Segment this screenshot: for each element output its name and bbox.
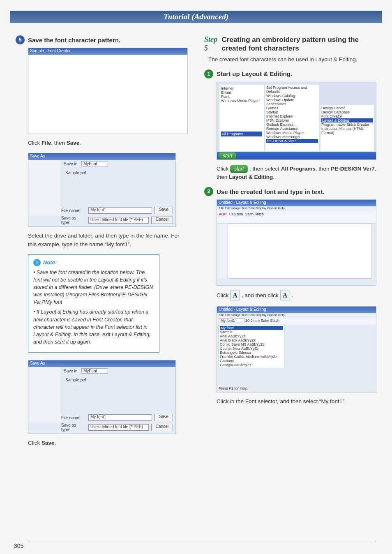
font-selector[interactable]: My font1 [219,318,244,323]
substep-1-title: Start up Layout & Editing. [217,70,292,77]
submenu-item[interactable]: Design Center [321,106,373,110]
start-button-in-shot[interactable]: start [219,152,236,159]
file-item[interactable]: Sample.pef [65,171,86,175]
footer-rule [28,542,376,542]
le-menubar-1[interactable]: File Edit Image Text Sew Display Option … [217,206,376,211]
note-icon: ! [33,259,41,266]
filename-input-2[interactable]: My font1 [88,414,152,421]
type-label-2: Save as type: [61,423,86,432]
menu-item[interactable]: Internet Explorer [266,114,318,118]
save-as-title: Save As [28,153,175,160]
font-list-item[interactable]: Estrangelo Edessa [220,351,283,355]
menu-item[interactable]: Games [266,106,318,110]
menu-item[interactable]: Remote Assistance [266,127,318,131]
startmenu-left-item[interactable]: E-mail [221,90,262,95]
le-title-2: Untitled - Layout & Editing [217,307,376,313]
right-intro: The created font characters can be used … [208,55,376,64]
note-title: ! Note: [33,259,154,266]
menu-item[interactable]: Windows Catalog [266,94,318,98]
font-list-item[interactable]: Comic Sans MS AaBbYyZz [220,342,283,346]
step5-title-text: Creating an embroidery pattern using the… [222,35,376,53]
save-as-dialog-1: Save As Save in: MyFont Sample.pef File … [28,153,176,227]
substep-2-number: 2 [204,187,213,196]
layout-editing-item[interactable]: Layout & Editing [321,118,373,122]
page-number: 305 [14,542,23,549]
menu-item[interactable]: Set Program Access and Defaults [266,85,318,94]
font-list-item[interactable]: Arial Black AaBbYyZz [220,338,283,342]
file-item-2[interactable]: Sample.pef [65,378,86,382]
font-list-item[interactable]: Gautami [220,359,283,363]
menu-item[interactable]: Windows Update [266,98,318,102]
save-button-2[interactable]: Save [154,414,173,421]
font-list-item[interactable]: Sample [220,330,283,334]
instr-start-layout: Click start , then select All Programs, … [217,165,376,182]
right-step5-heading: Step 5 Creating an embroidery pattern us… [204,35,376,53]
save-button[interactable]: Save [154,207,173,214]
cancel-button[interactable]: Cancel [151,217,173,224]
start-menu-screenshot: start Internet E-mail Paint Windows Medi… [217,82,376,160]
type-label: Save as type: [61,216,86,225]
font-list-selected[interactable]: My font1 [220,326,283,330]
step-number-5: 5 [16,35,25,44]
instr-font-selector: Click in the Font selector, and then sel… [217,397,376,406]
menu-item[interactable]: Windows Messenger [266,135,318,139]
submenu-item[interactable]: Programmable Stitch Creator [321,122,373,127]
menu-item[interactable]: MSN Explorer [266,118,318,122]
cancel-button-2[interactable]: Cancel [151,424,173,431]
menu-item[interactable]: Startup [266,110,318,114]
text-tool-variant-icon: A [280,291,290,300]
stitch-dropdown[interactable]: Satin Stitch [245,212,264,216]
unit-label: mm [237,212,243,216]
substep-2-title: Use the created font and type in text. [217,188,325,195]
le-menubar-2[interactable]: File Edit Image Text Sew Display Option … [217,313,376,318]
font-list-item[interactable]: Georgia AaBbYyZz [220,363,283,367]
instr-select-drive: Select the drive and folder, and then ty… [28,232,188,249]
unit-label-2: mm [254,319,260,323]
type-dropdown-2[interactable]: User-defined font file (*.PEF) [88,424,149,431]
menu-item[interactable]: Accessories [266,102,318,106]
instr-click-file-save: Click File, then Save. [28,139,188,147]
text-tool-icon: A [230,291,240,300]
all-programs-item[interactable]: All Programs [221,132,262,136]
type-dropdown[interactable]: User-defined font file (*.PEF) [88,217,149,224]
stitch-dropdown-2[interactable]: Satin Stitch [261,319,280,323]
font-list-item[interactable]: Courier New AaBbYyZz [220,346,283,351]
menu-item[interactable]: Outlook Express [266,122,318,127]
font-list-item[interactable]: Franklin Gothic Medium AaBbYyZz [220,355,283,359]
save-as-nav [28,160,61,216]
note-item-2: • If Layout & Editing has already starte… [33,308,154,346]
le-title-1: Untitled - Layout & Editing [217,200,376,206]
size-field-2[interactable]: 10.0 [245,319,253,323]
savein-label: Save in: [64,162,78,166]
menu-item[interactable]: Windows Media Player [266,131,318,135]
statusbar: Press F1 for Help. [217,386,376,392]
savein-label-2: Save in: [64,369,78,373]
right-sub2-heading: 2 Use the created font and type in text. [204,187,376,196]
abc-toolbar-icon[interactable]: ABC [219,212,227,216]
instr-click-save: Click Save. [28,439,188,447]
startmenu-left-item[interactable]: Internet [221,86,262,90]
note-item-1: • Save the font created in the location … [33,269,154,306]
pedesign-item[interactable]: PE-DESIGN Ver7 [266,139,318,143]
save-as-2-title: Save As [28,360,175,367]
savein-dropdown[interactable]: MyFont [81,161,108,166]
page-header: Tutorial (Advanced) [10,11,382,23]
step5-label: Step 5 [204,35,218,53]
size-field[interactable]: 10.0 [229,212,236,216]
left-step5-title: Save the font character pattern. [28,37,120,44]
submenu-item[interactable]: Instruction Manual (HTML Format) [321,127,373,135]
submenu-item[interactable]: Font Creator [321,114,373,118]
left-step5-heading: 5 Save the font character pattern. [16,35,188,44]
submenu-item[interactable]: Design Database [321,110,373,114]
instr-click-a: Click A , and then click A . [217,291,376,300]
substep-1-number: 1 [204,69,213,78]
font-list-item[interactable]: Arial AaBbYyZz [220,334,283,338]
savein-dropdown-2[interactable]: MyFont [81,368,108,374]
startmenu-left-item[interactable]: Windows Media Player [221,99,262,103]
right-column: Step 5 Creating an embroidery pattern us… [204,35,376,453]
font-creator-screenshot: Sample - Font Creator [28,48,188,134]
layout-editing-shot-2: Untitled - Layout & Editing File Edit Im… [217,306,376,392]
save-as-bottom: File name: My font1 Save Save as type: U… [61,207,173,225]
startmenu-left-item[interactable]: Paint [221,95,262,99]
filename-input[interactable]: My font1 [88,207,152,214]
